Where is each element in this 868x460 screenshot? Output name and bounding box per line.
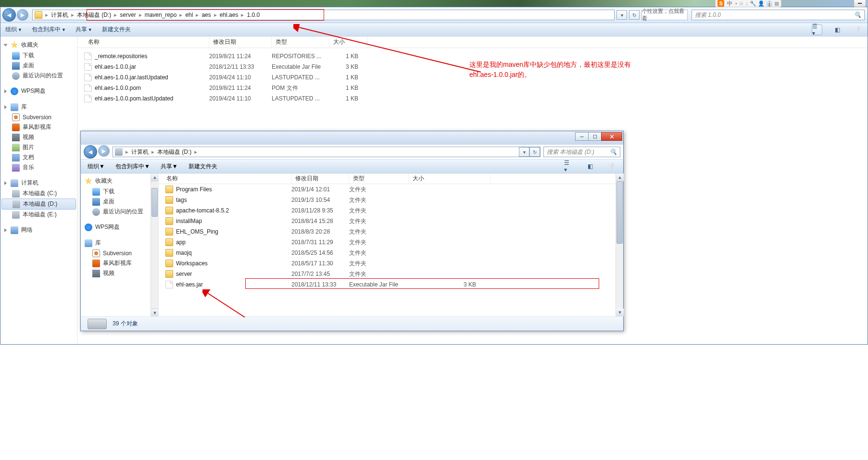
scrollbar-down-icon[interactable]: ▼ [151, 309, 159, 316]
sidebar-item-pictures[interactable]: 图片 [0, 142, 77, 152]
inner-sidebar-desktop[interactable]: 桌面 [81, 197, 158, 207]
inner-column-type[interactable]: 类型 [349, 174, 409, 184]
sidebar-item-music[interactable]: 音乐 [0, 162, 77, 173]
file-row[interactable]: maojq2018/5/25 14:56文件夹 [163, 248, 623, 258]
inner-dropdown-button[interactable]: ▾ [519, 147, 529, 157]
inner-column-date[interactable]: 修改日期 [291, 174, 349, 184]
inner-sidebar-downloads[interactable]: 下载 [81, 186, 158, 197]
share-menu[interactable]: 共享▼ [75, 25, 92, 34]
sidebar-item-recent[interactable]: 最近访问的位置 [0, 71, 77, 81]
inner-explorer-window: ─ ☐ ✕ ◄ ► ▸ 计算机▸ 本地磁盘 (D:)▸ ▾ ↻ 搜索 本地磁盘 … [80, 131, 624, 331]
file-row[interactable]: Workspaces2018/5/17 11:30文件夹 [163, 258, 623, 269]
breadcrumb[interactable]: server [118, 12, 138, 18]
sidebar-item-videos[interactable]: 视频 [0, 132, 77, 142]
preview-pane-button[interactable]: ◧ [832, 25, 843, 35]
ime-toolbar[interactable]: S 中 • ☺ ↓ 🔧 👤 👔 ▦ [715, 0, 781, 7]
inner-column-name[interactable]: 名称 [163, 174, 291, 184]
breadcrumb[interactable]: 本地磁盘 (D:) [155, 148, 193, 156]
sidebar-item-desktop[interactable]: 桌面 [0, 61, 77, 71]
inner-sidebar-favorites[interactable]: 收藏夹 [81, 175, 158, 186]
inner-minimize-button[interactable]: ─ [575, 132, 589, 141]
help-button[interactable]: ❔ [852, 25, 863, 35]
inner-sidebar-scrollbar[interactable]: ▲ ▼ [151, 174, 158, 316]
file-row[interactable]: apache-tomcat-8.5.22018/11/28 9:35文件夹 [163, 205, 623, 216]
scrollbar-thumb[interactable] [151, 188, 158, 217]
tip-box[interactable]: 个性设置，点我看看 [642, 10, 688, 20]
drive-icon [13, 200, 20, 208]
new-folder-button[interactable]: 新建文件夹 [102, 25, 131, 34]
file-row[interactable]: ehl.aes-1.0.0.pom2019/8/21 11:24POM 文件1 … [84, 83, 868, 93]
file-date: 2017/7/2 13:45 [291, 271, 349, 277]
inner-sidebar-libraries[interactable]: 库 [81, 237, 158, 249]
back-button[interactable]: ◄ [2, 8, 16, 22]
sidebar-item-documents[interactable]: 文档 [0, 152, 77, 162]
breadcrumb[interactable]: maven_repo [143, 12, 179, 18]
breadcrumb[interactable]: aes [200, 12, 213, 18]
inner-help-button[interactable]: ❔ [606, 161, 616, 172]
breadcrumb[interactable]: 本地磁盘 (D:) [75, 11, 113, 19]
sidebar-item-disk-e[interactable]: 本地磁盘 (E:) [0, 210, 77, 220]
inner-preview-pane-button[interactable]: ◧ [585, 161, 595, 172]
file-row[interactable]: ehl.aes-1.0.0.pom.lastUpdated2019/4/24 1… [84, 93, 868, 104]
minimize-button[interactable] [854, 0, 866, 7]
file-row[interactable]: tags2019/1/3 10:54文件夹 [163, 195, 623, 205]
inner-share-menu[interactable]: 共享▼ [161, 162, 178, 171]
file-row[interactable]: EHL_OMS_Ping2018/8/3 20:28文件夹 [163, 226, 623, 237]
inner-new-folder-button[interactable]: 新建文件夹 [189, 162, 217, 171]
refresh-button[interactable]: ↻ [629, 10, 640, 20]
sidebar-item-downloads[interactable]: 下载 [0, 50, 77, 61]
column-header-type[interactable]: 类型 [272, 37, 329, 48]
inner-maximize-button[interactable]: ☐ [588, 132, 602, 141]
inner-column-size[interactable]: 大小 [409, 174, 491, 184]
inner-include-menu[interactable]: 包含到库中▼ [115, 162, 150, 171]
scrollbar-thumb[interactable] [616, 181, 623, 244]
breadcrumb[interactable]: ehl.aes [218, 12, 240, 18]
sidebar-group-computer[interactable]: 计算机 [0, 177, 77, 188]
sidebar-item-disk-d[interactable]: 本地磁盘 (D:) [1, 199, 76, 210]
inner-sidebar-recent[interactable]: 最近访问的位置 [81, 207, 158, 217]
sidebar-group-wps[interactable]: WPS网盘 [0, 86, 77, 97]
search-input[interactable]: 搜索 1.0.0 🔍 [692, 10, 865, 20]
file-row[interactable]: ehl-aes.jar2018/12/11 13:33Executable Ja… [163, 279, 623, 290]
sidebar-item-disk-c[interactable]: 本地磁盘 (C:) [0, 188, 77, 199]
sidebar-group-favorites[interactable]: 收藏夹 [0, 39, 77, 50]
sidebar-item-baofeng[interactable]: 暴风影视库 [0, 122, 77, 132]
scrollbar-up-icon[interactable]: ▲ [151, 174, 159, 181]
file-date: 2019/8/21 11:24 [209, 85, 272, 91]
dropdown-button[interactable]: ▾ [616, 10, 627, 20]
address-bar[interactable]: ▸ 计算机▸ 本地磁盘 (D:)▸ server▸ maven_repo▸ eh… [32, 10, 615, 20]
inner-search-input[interactable]: 搜索 本地磁盘 (D:) 🔍 [543, 147, 620, 157]
sidebar-group-libraries[interactable]: 库 [0, 101, 77, 112]
scrollbar-down-icon[interactable]: ▼ [616, 309, 624, 316]
column-header-size[interactable]: 大小 [329, 37, 368, 48]
breadcrumb[interactable]: 计算机 [129, 148, 151, 156]
inner-forward-button[interactable]: ► [98, 145, 110, 157]
inner-close-button[interactable]: ✕ [601, 132, 622, 141]
breadcrumb[interactable]: 1.0.0 [245, 12, 262, 18]
breadcrumb[interactable]: ehl [183, 12, 195, 18]
view-options-button[interactable]: ☰ ▾ [812, 25, 822, 35]
inner-sidebar-baofeng[interactable]: 暴风影视库 [81, 258, 158, 268]
sidebar-group-network[interactable]: 网络 [0, 224, 77, 236]
column-header-date[interactable]: 修改日期 [209, 37, 272, 48]
inner-back-button[interactable]: ◄ [84, 145, 97, 159]
forward-button[interactable]: ► [17, 9, 28, 21]
inner-content-scrollbar[interactable]: ▲ ▼ [616, 174, 623, 316]
scrollbar-up-icon[interactable]: ▲ [616, 174, 624, 181]
file-row[interactable]: app2018/7/31 11:29文件夹 [163, 237, 623, 248]
inner-address-bar[interactable]: ▸ 计算机▸ 本地磁盘 (D:)▸ ▾ ↻ [113, 147, 541, 157]
inner-sidebar-subversion[interactable]: Subversion [81, 249, 158, 258]
sidebar-item-subversion[interactable]: Subversion [0, 112, 77, 122]
file-row[interactable]: installMap2018/8/14 15:28文件夹 [163, 216, 623, 226]
inner-refresh-button[interactable]: ↻ [529, 147, 540, 157]
inner-organize-menu[interactable]: 组织▼ [88, 162, 105, 171]
file-row[interactable]: server2017/7/2 13:45文件夹 [163, 269, 623, 279]
file-row[interactable]: Program Files2019/1/4 12:01文件夹 [163, 184, 623, 195]
organize-menu[interactable]: 组织▼ [5, 25, 22, 34]
inner-sidebar-wps[interactable]: WPS网盘 [81, 222, 158, 233]
column-header-name[interactable]: 名称 [84, 37, 209, 48]
inner-sidebar-videos[interactable]: 视频 [81, 268, 158, 278]
include-in-library-menu[interactable]: 包含到库中▼ [32, 25, 66, 34]
inner-view-options-button[interactable]: ☰ ▾ [564, 161, 574, 172]
breadcrumb[interactable]: 计算机 [49, 11, 70, 19]
